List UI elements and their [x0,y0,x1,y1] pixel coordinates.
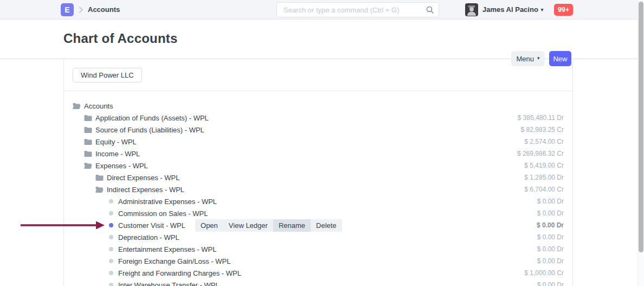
leaf-dot-icon [107,233,115,241]
node-action-delete-button[interactable]: Delete [311,219,342,232]
scrollbar-thumb[interactable] [639,2,643,252]
folder-icon [95,174,104,181]
tree-row[interactable]: Application of Funds (Assets) - WPL$ 385… [73,112,564,124]
tree-node-label: Administrative Expenses - WPL [118,198,217,206]
caret-down-icon: ▾ [541,7,544,12]
leaf-dot [109,271,113,275]
node-action-toolbar: OpenView LedgerRenameDelete [195,219,342,232]
tree-indent [73,249,107,250]
tree-row[interactable]: Foreign Exchange Gain/Loss - WPL$ 0.00 D… [73,255,564,267]
tree-row[interactable]: Freight and Forwarding Charges - WPL$ 1,… [73,267,564,279]
folder-open-icon [95,186,104,193]
folder-icon [84,114,92,122]
tree-indent [73,225,107,226]
user-menu[interactable]: James Al Pacino▾ [482,0,543,20]
tree-node-label: Source of Funds (Liabilities) - WPL [95,126,204,134]
tree-row[interactable]: Commission on Sales - WPL$ 0.00 Dr [73,207,564,219]
balance-amount: $ 5,419.00 Cr [524,160,564,171]
user-avatar[interactable] [465,3,478,16]
tree-node-label: Expenses - WPL [95,162,148,170]
search-input[interactable] [276,2,439,17]
tree-indent [73,213,107,214]
tree-indent [73,118,84,118]
leaf-dot [109,211,113,215]
balance-amount: $ 0.00 Dr [537,231,564,243]
leaf-dot-icon [107,209,115,217]
balance-amount: $ 0.00 Dr [537,219,564,231]
balance-amount: $ 6,704.00 Cr [524,183,564,195]
tree-node-label: Freight and Forwarding Charges - WPL [118,269,241,277]
balance-amount: $ 2,574.00 Cr [524,136,564,148]
node-action-view-ledger-button[interactable]: View Ledger [223,219,273,232]
tree-indent [73,261,107,262]
tree-indent [73,177,95,178]
tree-node-label: Application of Funds (Assets) - WPL [95,114,209,122]
company-filter-button[interactable]: Wind Power LLC [73,68,142,82]
content-card: Wind Power LLC AccountsApplication of Fu… [63,60,573,286]
tree-row[interactable]: Customer Visit - WPLOpenView LedgerRenam… [73,219,564,231]
leaf-dot-icon [107,257,115,265]
leaf-dot [109,283,113,286]
tree-node-label: Depreciation - WPL [118,233,179,241]
folder-icon [84,138,92,145]
tree-node-label: Indirect Expenses - WPL [107,186,184,194]
search-icon [426,5,434,16]
tree-indent [73,166,84,166]
tree-node-label: Commission on Sales - WPL [118,209,208,218]
leaf-dot-icon [107,245,115,253]
tree-row[interactable]: Administrative Expenses - WPL$ 0.00 Dr [73,195,564,207]
balance-amount: $ 82,983.25 Cr [521,124,564,136]
notification-badge[interactable]: 99+ [554,4,573,16]
tree-row[interactable]: Income - WPL$ 269,986.32 Cr [73,148,564,160]
tree-row[interactable]: Direct Expenses - WPL$ 1,285.00 Dr [73,171,564,183]
leaf-dot [109,259,113,263]
tree-row[interactable]: Entertainment Expenses - WPL$ 0.00 Dr [73,243,564,255]
tree-row[interactable]: Accounts [73,100,564,112]
node-action-open-button[interactable]: Open [195,219,223,232]
tree-node-label: Inter Warehouse Transfer - WPL [118,281,220,286]
new-button[interactable]: New [549,51,571,66]
tree-indent [73,273,107,274]
tree-node-label: Customer Visit - WPL [118,221,185,230]
caret-down-icon: ▾ [537,55,540,61]
scrollbar-track[interactable] [637,0,644,286]
tree-row[interactable]: Source of Funds (Liabilities) - WPL$ 82,… [73,124,564,136]
folder-icon [84,126,92,134]
menu-button-label: Menu [516,55,534,63]
balance-amount: $ 0.00 Dr [537,195,564,207]
tree-indent [73,237,107,238]
folder-open-icon [73,102,81,110]
tree-indent [73,154,84,154]
folder-open-icon [84,162,92,169]
balance-amount: $ 269,986.32 Cr [517,148,564,160]
tree-indent [73,285,107,285]
leaf-dot-icon [107,198,115,205]
leaf-dot-icon [107,269,115,277]
app-logo[interactable]: E [61,3,74,16]
tree-node-label: Equity - WPL [95,138,137,146]
tree-node-label: Entertainment Expenses - WPL [118,245,216,253]
leaf-dot [109,199,113,204]
tree-row[interactable]: Expenses - WPL$ 5,419.00 Cr [73,160,564,171]
leaf-dot-icon [107,221,115,229]
leaf-dot-icon [107,281,115,286]
breadcrumb[interactable]: Accounts [88,0,120,20]
user-name-label: James Al Pacino [482,5,538,14]
breadcrumb-chevron-icon [76,5,85,16]
balance-amount: $ 385,480.11 Dr [518,112,564,124]
node-action-rename-button[interactable]: Rename [273,219,311,232]
tree-row[interactable]: Inter Warehouse Transfer - WPL$ 0.00 Dr [73,279,564,286]
tree-node-label: Income - WPL [95,150,140,158]
leaf-dot [109,247,113,251]
balance-amount: $ 0.00 Dr [537,279,564,286]
balance-amount: $ 0.00 Dr [537,243,564,255]
page-head: Chart of Accounts Menu▾ New [0,20,644,59]
accounts-tree: AccountsApplication of Funds (Assets) - … [64,91,572,286]
tree-row[interactable]: Depreciation - WPL$ 0.00 Dr [73,231,564,243]
global-search [276,2,439,17]
balance-amount: $ 1,000.00 Cr [524,267,564,279]
tree-row[interactable]: Equity - WPL$ 2,574.00 Cr [73,136,564,148]
menu-button[interactable]: Menu▾ [511,51,545,66]
tree-row[interactable]: Indirect Expenses - WPL$ 6,704.00 Cr [73,183,564,195]
folder-icon [84,150,92,157]
